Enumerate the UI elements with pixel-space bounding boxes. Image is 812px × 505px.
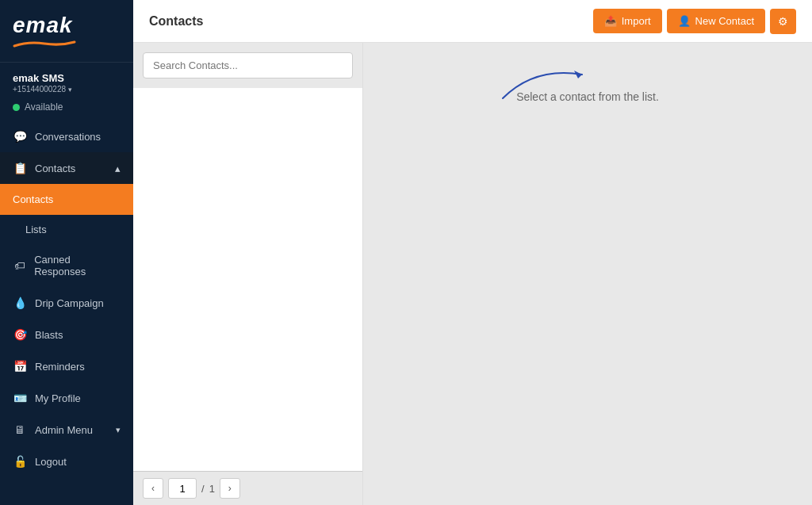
drip-campaign-icon: 💧 (13, 296, 27, 309)
sidebar-canned-responses-label: Canned Responses (34, 254, 121, 277)
logo-text: emak (13, 14, 121, 36)
canned-responses-icon: 🏷 (13, 259, 26, 272)
search-input[interactable] (143, 52, 353, 78)
top-actions: 📤 Import 👤 New Contact ⚙ (593, 9, 796, 34)
contacts-list (133, 88, 362, 471)
logo-word: emak (13, 13, 73, 37)
pagination-prev-button[interactable]: ‹ (143, 478, 163, 499)
import-label: Import (622, 15, 651, 27)
new-contact-label: New Contact (695, 15, 754, 27)
status-label: Available (25, 101, 63, 113)
sidebar-drip-campaign-label: Drip Campaign (35, 297, 104, 309)
detail-panel: Select a contact from the list. (363, 43, 812, 505)
user-info: emak SMS +15144000228 ▾ (0, 63, 133, 98)
contacts-panel: ‹ 1 / 1 › (133, 43, 363, 505)
reminders-icon: 📅 (13, 360, 27, 373)
logo-area: emak (0, 0, 133, 63)
settings-icon: ⚙ (778, 15, 788, 28)
logout-icon: 🔓 (13, 455, 27, 468)
main-content: Contacts 📤 Import 👤 New Contact ⚙ (133, 0, 812, 505)
sidebar-item-conversations[interactable]: 💬 Conversations (0, 121, 133, 152)
sidebar-item-contacts[interactable]: 📋 Contacts ▴ (0, 152, 133, 184)
sidebar-item-blasts[interactable]: 🎯 Blasts (0, 319, 133, 350)
sidebar: emak emak SMS +15144000228 ▾ Available 💬… (0, 0, 133, 505)
sidebar-item-contacts-sub[interactable]: Contacts (0, 184, 133, 215)
user-name: emak SMS (13, 72, 121, 84)
sidebar-item-my-profile[interactable]: 🪪 My Profile (0, 382, 133, 414)
sidebar-reminders-label: Reminders (35, 361, 85, 373)
admin-menu-icon: 🖥 (13, 423, 27, 436)
user-status: Available (0, 98, 133, 121)
sidebar-item-conversations-label: Conversations (35, 131, 101, 143)
contacts-icon: 📋 (13, 162, 27, 174)
conversations-icon: 💬 (13, 130, 27, 143)
sidebar-item-admin-menu[interactable]: 🖥 Admin Menu ▾ (0, 414, 133, 446)
new-contact-icon: 👤 (678, 15, 691, 27)
top-bar: Contacts 📤 Import 👤 New Contact ⚙ (133, 0, 812, 43)
search-area (133, 43, 362, 88)
logo-swoosh (13, 40, 76, 48)
pagination-separator: / (201, 483, 205, 495)
sidebar-item-reminders[interactable]: 📅 Reminders (0, 350, 133, 382)
settings-button[interactable]: ⚙ (770, 9, 796, 34)
arrow-svg (495, 59, 590, 106)
sidebar-item-logout[interactable]: 🔓 Logout (0, 446, 133, 477)
sidebar-contacts-sub-label: Contacts (13, 193, 53, 205)
pagination-bar: ‹ 1 / 1 › (133, 471, 362, 505)
import-icon: 📤 (604, 15, 617, 27)
admin-menu-chevron-icon: ▾ (116, 425, 121, 435)
sidebar-blasts-label: Blasts (35, 329, 63, 341)
page-title: Contacts (149, 14, 203, 29)
pagination-next-button[interactable]: › (220, 478, 240, 499)
sidebar-item-canned-responses[interactable]: 🏷 Canned Responses (0, 244, 133, 287)
svg-marker-0 (574, 71, 582, 78)
arrow-annotation (495, 59, 590, 109)
pagination-current-input[interactable]: 1 (168, 478, 197, 499)
blasts-icon: 🎯 (13, 328, 27, 341)
sidebar-item-lists[interactable]: Lists (0, 215, 133, 244)
pagination-total: 1 (209, 483, 215, 495)
content-area: ‹ 1 / 1 › Select a contact from the list… (133, 43, 812, 505)
sidebar-item-contacts-label: Contacts (35, 163, 75, 174)
my-profile-icon: 🪪 (13, 392, 27, 404)
sidebar-logout-label: Logout (35, 456, 67, 468)
user-phone: +15144000228 ▾ (13, 85, 121, 94)
sidebar-admin-menu-label: Admin Menu (35, 424, 93, 436)
sidebar-lists-label: Lists (25, 224, 47, 235)
contacts-chevron-icon: ▴ (115, 163, 121, 174)
status-dot (13, 104, 20, 111)
import-button[interactable]: 📤 Import (593, 9, 662, 33)
new-contact-button[interactable]: 👤 New Contact (667, 9, 765, 33)
sidebar-my-profile-label: My Profile (35, 392, 81, 404)
nav-list: 💬 Conversations 📋 Contacts ▴ Contacts Li… (0, 121, 133, 505)
sidebar-item-drip-campaign[interactable]: 💧 Drip Campaign (0, 287, 133, 319)
